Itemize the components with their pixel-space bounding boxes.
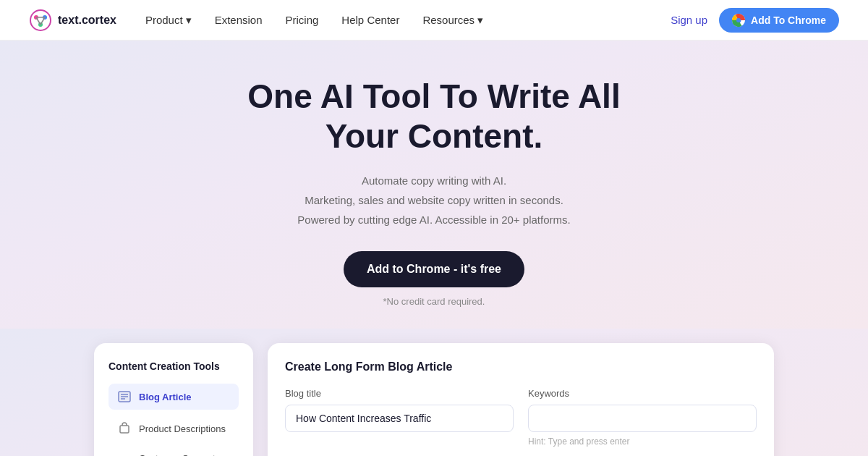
- svg-rect-14: [120, 426, 129, 433]
- keywords-label: Keywords: [528, 388, 757, 399]
- chevron-down-icon: ▾: [477, 14, 483, 27]
- blog-title-input[interactable]: [285, 405, 514, 432]
- hero-title: One AI Tool To Write All Your Content.: [29, 77, 839, 156]
- cards-section: Content Creation Tools Blog Article Prod…: [0, 329, 868, 456]
- svg-point-0: [30, 10, 51, 30]
- keywords-input[interactable]: [528, 405, 757, 432]
- hero-subtitle: Automate copy writing with AI. Marketing…: [29, 171, 839, 229]
- blog-article-icon: [117, 389, 132, 404]
- logo-icon: [29, 9, 52, 32]
- tool-item-customer-support-email[interactable]: Customer Support Email: [109, 447, 239, 456]
- nav-help-center[interactable]: Help Center: [341, 14, 399, 26]
- hero-cta-button[interactable]: Add to Chrome - it's free: [344, 251, 524, 287]
- chevron-down-icon: ▾: [186, 14, 192, 27]
- keywords-hint: Hint: Type and press enter: [528, 436, 757, 447]
- blog-form-card: Create Long Form Blog Article Blog title…: [268, 343, 774, 456]
- logo[interactable]: text.cortex: [29, 9, 116, 32]
- tool-item-blog-article[interactable]: Blog Article: [109, 384, 239, 410]
- nav-extension[interactable]: Extension: [215, 14, 263, 26]
- chrome-icon: [732, 14, 745, 27]
- tools-card: Content Creation Tools Blog Article Prod…: [94, 343, 253, 456]
- product-descriptions-icon: [117, 421, 132, 436]
- nav-pricing[interactable]: Pricing: [286, 14, 319, 26]
- svg-point-9: [736, 18, 741, 22]
- sign-up-link[interactable]: Sign up: [671, 14, 707, 26]
- logo-text: text.cortex: [58, 14, 116, 27]
- nav-product[interactable]: Product ▾: [145, 14, 192, 27]
- nav-actions: Sign up Add To Chrome: [671, 8, 839, 33]
- tools-card-title: Content Creation Tools: [109, 360, 239, 372]
- keywords-group: Keywords Hint: Type and press enter: [528, 388, 757, 447]
- svg-line-5: [36, 17, 41, 25]
- svg-line-6: [41, 17, 45, 25]
- tool-item-product-descriptions[interactable]: Product Descriptions: [109, 415, 239, 442]
- form-row: Blog title Keywords Hint: Type and press…: [285, 388, 757, 447]
- navbar: text.cortex Product ▾ Extension Pricing …: [0, 0, 868, 41]
- no-credit-card-text: *No credit card required.: [29, 296, 839, 307]
- nav-links: Product ▾ Extension Pricing Help Center …: [145, 14, 671, 27]
- form-title: Create Long Form Blog Article: [285, 360, 757, 373]
- blog-title-label: Blog title: [285, 388, 514, 399]
- add-to-chrome-button[interactable]: Add To Chrome: [719, 8, 839, 33]
- hero-section: One AI Tool To Write All Your Content. A…: [0, 41, 868, 329]
- blog-title-group: Blog title: [285, 388, 514, 447]
- tool-list: Blog Article Product Descriptions Custom…: [109, 384, 239, 456]
- nav-resources[interactable]: Resources ▾: [422, 14, 483, 27]
